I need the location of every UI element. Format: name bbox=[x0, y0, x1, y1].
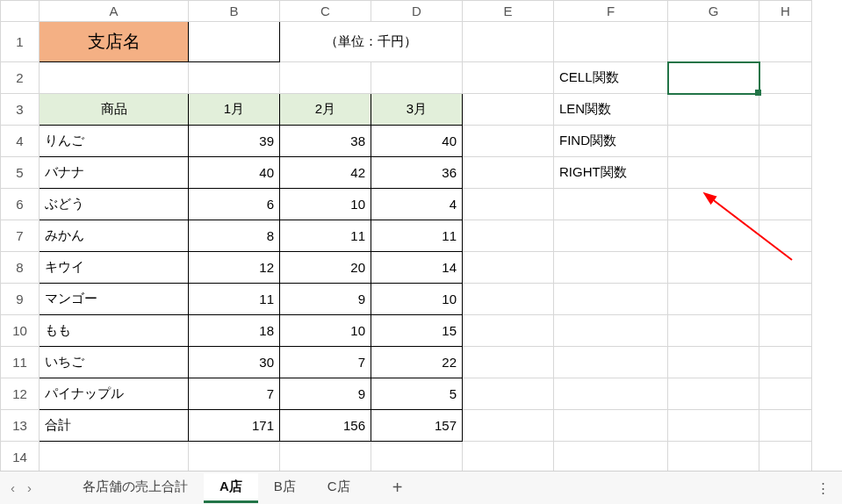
cell-A3[interactable]: 商品 bbox=[40, 94, 189, 126]
cell-G4[interactable] bbox=[668, 126, 759, 157]
cell-C5[interactable]: 42 bbox=[280, 157, 371, 189]
tab-nav-prev[interactable]: ‹ bbox=[11, 480, 15, 495]
cell-D3[interactable]: 3月 bbox=[371, 94, 463, 126]
cell-G2[interactable] bbox=[668, 62, 759, 94]
cell-A12[interactable]: パイナップル bbox=[40, 378, 189, 410]
cell-B3[interactable]: 1月 bbox=[189, 94, 280, 126]
cell-E13[interactable] bbox=[463, 410, 554, 442]
cell-G10[interactable] bbox=[668, 315, 759, 347]
cell-G12[interactable] bbox=[668, 378, 759, 410]
cell-E11[interactable] bbox=[463, 347, 554, 378]
cell-H4[interactable] bbox=[759, 126, 812, 157]
cell-H10[interactable] bbox=[759, 315, 812, 347]
cell-F11[interactable] bbox=[554, 347, 668, 378]
cell-G7[interactable] bbox=[668, 220, 759, 252]
cell-H13[interactable] bbox=[759, 410, 812, 442]
cell-G3[interactable] bbox=[668, 94, 759, 126]
cell-E7[interactable] bbox=[463, 220, 554, 252]
cell-B5[interactable]: 40 bbox=[189, 157, 280, 189]
add-sheet-button[interactable]: + bbox=[392, 478, 403, 498]
cell-F1[interactable] bbox=[554, 22, 668, 62]
cell-D4[interactable]: 40 bbox=[371, 126, 463, 157]
cell-E14[interactable] bbox=[463, 442, 554, 472]
spreadsheet-grid[interactable]: ABCDEFGH1支店名（単位：千円）2CELL関数3商品1月2月3月LEN関数… bbox=[0, 0, 842, 471]
cell-C4[interactable]: 38 bbox=[280, 126, 371, 157]
col-header-H[interactable]: H bbox=[759, 1, 812, 22]
row-header-5[interactable]: 5 bbox=[1, 157, 40, 189]
cell-F3[interactable]: LEN関数 bbox=[554, 94, 668, 126]
cell-C14[interactable] bbox=[280, 442, 371, 472]
cell-A11[interactable]: いちご bbox=[40, 347, 189, 378]
cell-E1[interactable] bbox=[463, 22, 554, 62]
col-header-E[interactable]: E bbox=[463, 1, 554, 22]
cell-F7[interactable] bbox=[554, 220, 668, 252]
cell-A14[interactable] bbox=[40, 442, 189, 472]
sheet-tab-0[interactable]: 各店舗の売上合計 bbox=[67, 473, 204, 503]
cell-H12[interactable] bbox=[759, 378, 812, 410]
cell-B8[interactable]: 12 bbox=[189, 252, 280, 284]
row-header-4[interactable]: 4 bbox=[1, 126, 40, 157]
cell-A4[interactable]: りんご bbox=[40, 126, 189, 157]
cell-C11[interactable]: 7 bbox=[280, 347, 371, 378]
cell-A6[interactable]: ぶどう bbox=[40, 189, 189, 220]
cell-B6[interactable]: 6 bbox=[189, 189, 280, 220]
cell-H1[interactable] bbox=[759, 22, 812, 62]
sheet-more-button[interactable]: ⋮ bbox=[817, 480, 831, 496]
cell-G5[interactable] bbox=[668, 157, 759, 189]
cell-B14[interactable] bbox=[189, 442, 280, 472]
cell-E3[interactable] bbox=[463, 94, 554, 126]
cell-A9[interactable]: マンゴー bbox=[40, 284, 189, 315]
cell-H11[interactable] bbox=[759, 347, 812, 378]
cell-E8[interactable] bbox=[463, 252, 554, 284]
cell-D5[interactable]: 36 bbox=[371, 157, 463, 189]
cell-E6[interactable] bbox=[463, 189, 554, 220]
col-header-B[interactable]: B bbox=[189, 1, 280, 22]
row-header-10[interactable]: 10 bbox=[1, 315, 40, 347]
cell-E9[interactable] bbox=[463, 284, 554, 315]
cell-B12[interactable]: 7 bbox=[189, 378, 280, 410]
cell-D13[interactable]: 157 bbox=[371, 410, 463, 442]
cell-B2[interactable] bbox=[189, 62, 280, 94]
cell-A5[interactable]: バナナ bbox=[40, 157, 189, 189]
row-header-11[interactable]: 11 bbox=[1, 347, 40, 378]
row-header-13[interactable]: 13 bbox=[1, 410, 40, 442]
cell-A10[interactable]: もも bbox=[40, 315, 189, 347]
cell-B9[interactable]: 11 bbox=[189, 284, 280, 315]
cell-G11[interactable] bbox=[668, 347, 759, 378]
cell-B1[interactable] bbox=[189, 22, 280, 62]
cell-H6[interactable] bbox=[759, 189, 812, 220]
cell-F4[interactable]: FIND関数 bbox=[554, 126, 668, 157]
cell-C1[interactable]: （単位：千円） bbox=[280, 22, 463, 62]
row-header-14[interactable]: 14 bbox=[1, 442, 40, 472]
cell-D7[interactable]: 11 bbox=[371, 220, 463, 252]
row-header-1[interactable]: 1 bbox=[1, 22, 40, 62]
cell-C9[interactable]: 9 bbox=[280, 284, 371, 315]
cell-D12[interactable]: 5 bbox=[371, 378, 463, 410]
cell-D11[interactable]: 22 bbox=[371, 347, 463, 378]
cell-H14[interactable] bbox=[759, 442, 812, 472]
cell-H8[interactable] bbox=[759, 252, 812, 284]
cell-H2[interactable] bbox=[759, 62, 812, 94]
cell-F8[interactable] bbox=[554, 252, 668, 284]
cell-D9[interactable]: 10 bbox=[371, 284, 463, 315]
cell-G13[interactable] bbox=[668, 410, 759, 442]
row-header-8[interactable]: 8 bbox=[1, 252, 40, 284]
row-header-6[interactable]: 6 bbox=[1, 189, 40, 220]
cell-G14[interactable] bbox=[668, 442, 759, 472]
cell-F10[interactable] bbox=[554, 315, 668, 347]
cell-G9[interactable] bbox=[668, 284, 759, 315]
cell-G6[interactable] bbox=[668, 189, 759, 220]
cell-A1[interactable]: 支店名 bbox=[40, 22, 189, 62]
cell-C6[interactable]: 10 bbox=[280, 189, 371, 220]
cell-F5[interactable]: RIGHT関数 bbox=[554, 157, 668, 189]
cell-H7[interactable] bbox=[759, 220, 812, 252]
cell-C7[interactable]: 11 bbox=[280, 220, 371, 252]
cell-A8[interactable]: キウイ bbox=[40, 252, 189, 284]
row-header-12[interactable]: 12 bbox=[1, 378, 40, 410]
cell-C13[interactable]: 156 bbox=[280, 410, 371, 442]
cell-D2[interactable] bbox=[371, 62, 463, 94]
cell-F14[interactable] bbox=[554, 442, 668, 472]
cell-E5[interactable] bbox=[463, 157, 554, 189]
row-header-7[interactable]: 7 bbox=[1, 220, 40, 252]
cell-H3[interactable] bbox=[759, 94, 812, 126]
